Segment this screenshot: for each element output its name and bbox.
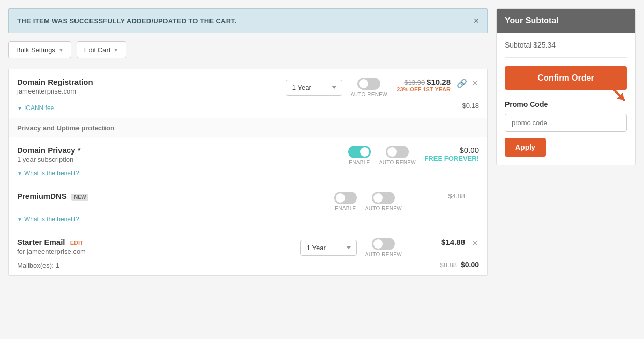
cart-item-domain: Domain Registration jameenterprise.com 1… <box>9 69 487 118</box>
email-item-actions: ✕ <box>471 238 479 249</box>
domain-item-info: Domain Registration jameenterprise.com <box>17 78 279 95</box>
success-banner: THE ITEM WAS SUCCESSFULLY ADDED/UPDATED … <box>8 8 488 33</box>
dns-expand[interactable]: ▼ What is the benefit? <box>17 215 479 223</box>
email-item-name: Starter Email EDIT <box>17 238 294 246</box>
domain-toggle-label: AUTO-RENEW <box>351 91 387 97</box>
dns-badge: NEW <box>71 194 88 201</box>
privacy-price-main: $0.00 <box>459 146 479 155</box>
email-edit-link[interactable]: EDIT <box>70 240 83 246</box>
domain-price-original: $13.98 <box>404 79 425 86</box>
cart-item-email: Starter Email EDIT for jameenterprise.co… <box>9 229 487 275</box>
confirm-order-button[interactable]: Confirm Order <box>505 66 627 90</box>
email-remove-icon[interactable]: ✕ <box>471 238 479 249</box>
privacy-enable-slider <box>348 146 371 158</box>
privacy-autorenew-label: AUTO-RENEW <box>379 160 416 165</box>
apply-promo-button[interactable]: Apply <box>505 138 546 157</box>
email-toggle-label: AUTO-RENEW <box>365 252 402 257</box>
email-mailboxes: Mailbox(es): 1 <box>17 261 59 269</box>
dns-item-name: PremiumDNS NEW <box>17 192 328 201</box>
email-item-domain: for jameenterprise.com <box>17 248 294 255</box>
dns-enable-toggle[interactable] <box>334 192 357 204</box>
privacy-enable-toggle-wrap: ENABLE <box>348 146 371 165</box>
email-price-col: $14.88 <box>408 238 465 246</box>
bulk-settings-caret: ▼ <box>58 47 64 53</box>
privacy-section-title: Privacy and Uptime protection <box>17 124 114 132</box>
dns-item-info: PremiumDNS NEW <box>17 192 328 201</box>
domain-remove-icon[interactable]: ✕ <box>471 78 479 89</box>
icann-chevron-icon: ▼ <box>17 105 22 111</box>
email-price-sub: $0.00 <box>461 260 479 269</box>
domain-price-discount: 23% OFF 1ST YEAR <box>394 86 451 93</box>
privacy-controls: ENABLE AUTO-RENEW <box>348 146 416 165</box>
dns-autorenew-toggle[interactable] <box>372 192 395 204</box>
domain-autorenew-toggle[interactable] <box>357 78 380 90</box>
email-autorenew-toggle-wrap: AUTO-RENEW <box>365 238 402 257</box>
email-mailboxes-row: Mailbox(es): 1 $8.88 $0.00 <box>17 260 479 269</box>
email-autorenew-toggle[interactable] <box>372 238 395 250</box>
domain-link-icon[interactable]: 🔗 <box>457 79 467 88</box>
dns-enable-toggle-wrap: ENABLE <box>334 192 357 211</box>
cart-item-dns: PremiumDNS NEW ENABLE <box>9 183 487 229</box>
banner-text: THE ITEM WAS SUCCESSFULLY ADDED/UPDATED … <box>17 17 236 25</box>
icann-fee: $0.18 <box>462 102 479 110</box>
sidebar: Your Subtotal Subtotal $25.34 Confirm Or… <box>496 8 636 276</box>
dns-controls: ENABLE AUTO-RENEW <box>334 192 402 211</box>
domain-price-main: $10.28 <box>427 78 451 86</box>
privacy-autorenew-toggle[interactable] <box>386 146 409 158</box>
banner-close-button[interactable]: × <box>473 16 479 25</box>
privacy-subscription: 1 year subscription <box>17 156 342 163</box>
privacy-autorenew-slider <box>386 146 409 158</box>
confirm-wrapper: Confirm Order <box>505 66 627 90</box>
sidebar-header: Your Subtotal <box>497 9 635 33</box>
email-toggle-slider <box>372 238 395 250</box>
bulk-settings-button[interactable]: Bulk Settings ▼ <box>8 41 71 58</box>
dns-autorenew-label: AUTO-RENEW <box>365 206 402 211</box>
domain-item-name: Domain Registration <box>17 78 279 86</box>
email-controls: 1 Year 2 Years 3 Years AUTO-RENEW <box>300 238 402 257</box>
subtotal-row: Subtotal $25.34 <box>505 41 627 58</box>
dns-autorenew-slider <box>372 192 395 204</box>
dns-autorenew-toggle-wrap: AUTO-RENEW <box>365 192 402 211</box>
sidebar-card: Your Subtotal Subtotal $25.34 Confirm Or… <box>496 8 636 165</box>
privacy-enable-toggle[interactable] <box>348 146 371 158</box>
email-year-select[interactable]: 1 Year 2 Years 3 Years <box>300 240 357 256</box>
promo-code-input[interactable] <box>505 114 627 132</box>
domain-item-domain: jameenterprise.com <box>17 87 279 95</box>
domain-toggle-slider <box>357 78 380 90</box>
privacy-chevron-icon: ▼ <box>17 171 22 176</box>
sidebar-body: Subtotal $25.34 Confirm Order Promo Code… <box>497 33 635 165</box>
privacy-autorenew-toggle-wrap: AUTO-RENEW <box>379 146 416 165</box>
privacy-item-info: Domain Privacy * 1 year subscription <box>17 146 342 163</box>
domain-controls: 1 Year 2 Years 3 Years 5 Years 10 Years <box>286 78 387 97</box>
domain-year-select[interactable]: 1 Year 2 Years 3 Years 5 Years 10 Years <box>286 80 342 96</box>
subtotal-label: Subtotal $25.34 <box>505 41 556 49</box>
privacy-price-free: FREE FOREVER! <box>422 155 479 162</box>
privacy-price-col: $0.00 FREE FOREVER! <box>422 146 479 162</box>
edit-cart-button[interactable]: Edit Cart ▼ <box>77 41 126 58</box>
dns-enable-slider <box>334 192 357 204</box>
promo-label: Promo Code <box>505 100 627 109</box>
email-item-info: Starter Email EDIT for jameenterprise.co… <box>17 238 294 255</box>
email-price-main: $14.88 <box>441 238 465 246</box>
dns-price-strike: $4.88 <box>448 192 465 200</box>
privacy-enable-label: ENABLE <box>349 160 370 165</box>
toolbar: Bulk Settings ▼ Edit Cart ▼ <box>8 41 488 58</box>
domain-item-actions: 🔗 ✕ <box>457 78 479 89</box>
dns-enable-label: ENABLE <box>335 206 356 211</box>
domain-price-col: $13.98 $10.28 23% OFF 1ST YEAR <box>394 78 451 93</box>
privacy-expand[interactable]: ▼ What is the benefit? <box>17 170 479 177</box>
dns-chevron-icon: ▼ <box>17 217 22 222</box>
cart-item-privacy: Domain Privacy * 1 year subscription ENA… <box>9 137 487 183</box>
domain-autorenew-toggle-wrap: AUTO-RENEW <box>351 78 387 97</box>
icann-expand[interactable]: ▼ ICANN fee <box>17 104 54 112</box>
icann-row: ▼ ICANN fee $0.18 <box>17 101 479 112</box>
cart-section: Domain Registration jameenterprise.com 1… <box>8 69 488 276</box>
edit-cart-caret: ▼ <box>113 47 118 53</box>
dns-price-col: $4.88 <box>408 192 465 200</box>
svg-marker-1 <box>617 93 624 100</box>
privacy-section-header: Privacy and Uptime protection <box>9 118 487 137</box>
email-price-sub-original: $8.88 <box>440 261 457 269</box>
privacy-item-name: Domain Privacy * <box>17 146 342 155</box>
